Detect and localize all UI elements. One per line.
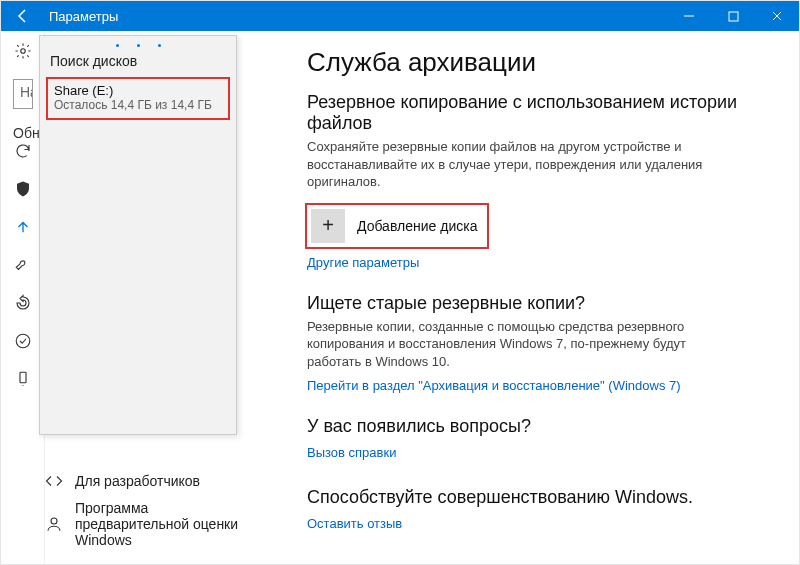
section-feedback-title: Способствуйте совершенствованию Windows. [307, 487, 773, 508]
minimize-button[interactable] [667, 1, 711, 31]
nav-item-insider[interactable]: Программа предварительной оценки Windows [45, 500, 245, 548]
drive-option[interactable]: Share (E:) Осталось 14,4 ГБ из 14,4 ГБ [48, 79, 228, 118]
troubleshoot-icon[interactable] [13, 255, 33, 275]
add-drive-label: Добавление диска [357, 218, 477, 234]
bottom-nav: Для разработчиков Программа предваритель… [45, 472, 245, 548]
section-old-backups-title: Ищете старые резервные копии? [307, 293, 773, 314]
svg-rect-0 [729, 12, 738, 21]
activation-icon[interactable] [13, 331, 33, 351]
drive-picker-panel: Поиск дисков Share (E:) Осталось 14,4 ГБ… [39, 35, 237, 435]
drive-picker-heading: Поиск дисков [40, 51, 236, 77]
close-button[interactable] [755, 1, 799, 31]
help-link[interactable]: Вызов справки [307, 445, 396, 460]
drive-free-space: Осталось 14,4 ГБ из 14,4 ГБ [54, 98, 222, 112]
nav-item-label: Для разработчиков [75, 473, 200, 489]
insider-icon [45, 515, 63, 533]
window-title: Параметры [45, 9, 667, 24]
recovery-icon[interactable] [13, 293, 33, 313]
find-device-icon[interactable] [13, 369, 33, 389]
svg-point-4 [51, 518, 57, 524]
shield-icon[interactable] [13, 179, 33, 199]
page-title: Служба архивации [307, 47, 773, 78]
windows7-backup-link[interactable]: Перейти в раздел "Архивация и восстановл… [307, 378, 681, 393]
svg-point-2 [16, 334, 30, 348]
section-old-backups-desc: Резервные копии, созданные с помощью сре… [307, 318, 727, 371]
title-bar: Параметры [1, 1, 799, 31]
developer-icon [45, 472, 63, 490]
backup-icon[interactable] [13, 217, 33, 237]
section-questions-title: У вас появились вопросы? [307, 416, 773, 437]
plus-icon[interactable]: + [311, 209, 345, 243]
maximize-button[interactable] [711, 1, 755, 31]
add-drive-row[interactable]: + Добавление диска [307, 205, 487, 247]
more-options-link[interactable]: Другие параметры [307, 255, 419, 270]
drive-name: Share (E:) [54, 83, 222, 98]
feedback-link[interactable]: Оставить отзыв [307, 516, 402, 531]
svg-point-1 [20, 49, 25, 54]
nav-item-label: Программа предварительной оценки Windows [75, 500, 245, 548]
nav-item-developers[interactable]: Для разработчиков [45, 472, 245, 490]
section-file-history-desc: Сохраняйте резервные копии файлов на дру… [307, 138, 727, 191]
svg-rect-3 [20, 372, 26, 383]
section-file-history-title: Резервное копирование с использованием и… [307, 92, 773, 134]
back-button[interactable] [1, 1, 45, 31]
main-content: Служба архивации Резервное копирование с… [299, 31, 799, 564]
loading-dots-icon [40, 36, 236, 51]
nav-item-truncated[interactable]: Обн [13, 125, 41, 141]
sync-icon[interactable] [13, 141, 33, 161]
search-input[interactable]: На [13, 79, 33, 109]
gear-icon[interactable] [13, 41, 33, 61]
